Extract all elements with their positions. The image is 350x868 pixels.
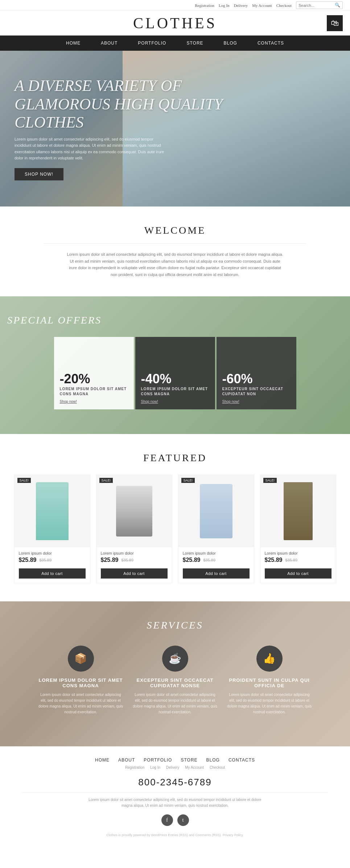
price-current-2: $25.89	[101, 557, 119, 563]
search-box: 🔍	[296, 1, 343, 9]
sale-badge-2: SALE!	[99, 478, 113, 483]
offer-link-1[interactable]: Shop now!	[60, 400, 128, 404]
footer-nav-contacts[interactable]: CONTACTS	[228, 758, 255, 763]
offer-discount-2: -40%	[141, 371, 209, 387]
twitter-icon[interactable]: t	[177, 814, 189, 826]
product-image-3: SALE!	[178, 475, 254, 547]
pants-illustration	[284, 482, 313, 540]
footer-nav-about[interactable]: ABOUT	[118, 758, 135, 763]
offer-label-2: LOREM IPSUM DOLOR SIT AMET CONS MAGNA	[141, 387, 209, 397]
footer-myaccount[interactable]: My Account	[185, 765, 204, 769]
service-item-1: 📦 LOREM IPSUM DOLOR SIT AMET CONS MAGNA …	[37, 646, 124, 715]
footer-nav-store[interactable]: STORE	[181, 758, 197, 763]
topbar-registration[interactable]: Registration	[195, 3, 214, 8]
featured-section: FEATURED SALE! Lorem ipsum dolor $25.89 …	[0, 434, 350, 601]
product-name-4: Lorem ipsum dolor	[265, 551, 332, 555]
hero-description: Lorem ipsum dolor sit amet consectetur a…	[15, 136, 167, 162]
sale-badge-4: SALE!	[263, 478, 277, 483]
footer-registration[interactable]: Registration	[125, 765, 144, 769]
service-title-1: LOREM IPSUM DOLOR SIT AMET CONS MAGNA	[37, 677, 124, 688]
offer-card-3: -60% EXCEPTEUR SINT OCCAECAT CUPIDATAT N…	[217, 337, 296, 409]
offer-card-2: -40% LOREM IPSUM DOLOR SIT AMET CONS MAG…	[135, 337, 215, 409]
price-current-1: $25.89	[19, 557, 37, 563]
welcome-title: WELCOME	[29, 225, 321, 236]
nav-home[interactable]: HOME	[56, 36, 91, 51]
services-section: SERVICES 📦 LOREM IPSUM DOLOR SIT AMET CO…	[0, 601, 350, 746]
hero-title: A DIVERSE VARIETY OF GLAMOROUS HIGH QUAL…	[15, 77, 232, 132]
box-icon: 📦	[68, 646, 94, 672]
special-offers-section: SPECIAL OFFERS -20% LOREM IPSUM DOLOR SI…	[0, 296, 350, 434]
product-name-2: Lorem ipsum dolor	[101, 551, 168, 555]
product-image-1: SALE!	[15, 475, 90, 547]
services-grid: 📦 LOREM IPSUM DOLOR SIT AMET CONS MAGNA …	[30, 646, 320, 715]
offer-label-1: LOREM IPSUM DOLOR SIT AMET CONS MAGNA	[60, 387, 128, 397]
facebook-icon[interactable]: f	[161, 814, 173, 826]
price-current-4: $25.89	[265, 557, 283, 563]
product-price-1: $25.89 $35.89	[19, 557, 86, 563]
offers-grid: -20% LOREM IPSUM DOLOR SIT AMET CONS MAG…	[52, 337, 298, 409]
product-card-2: SALE! Lorem ipsum dolor $25.89 $35.89 Ad…	[96, 475, 172, 583]
footer-phone: 800-2345-6789	[7, 777, 343, 788]
cup-icon: ☕	[162, 646, 188, 672]
product-card-4: SALE! Lorem ipsum dolor $25.89 $35.89 Ad…	[260, 475, 336, 583]
sale-badge-1: SALE!	[17, 478, 31, 483]
welcome-text: Lorem ipsum dolor sit amet consectetur a…	[66, 251, 284, 278]
add-to-cart-button-3[interactable]: Add to cart	[183, 568, 250, 579]
price-old-4: $35.89	[285, 558, 297, 562]
product-image-2: SALE!	[96, 475, 172, 547]
hero-content: A DIVERSE VARIETY OF GLAMOROUS HIGH QUAL…	[0, 77, 247, 180]
price-old-1: $35.89	[39, 558, 52, 562]
product-name-3: Lorem ipsum dolor	[183, 551, 250, 555]
footer-nav-blog[interactable]: BLOG	[206, 758, 220, 763]
footer-delivery[interactable]: Delivery	[166, 765, 179, 769]
topbar-myaccount[interactable]: My Account	[252, 3, 272, 8]
footer-nav-links: HOME ABOUT PORTFOLIO STORE BLOG CONTACTS	[7, 758, 343, 763]
product-info-3: Lorem ipsum dolor $25.89 $35.89	[178, 547, 254, 568]
footer-credit: Clothes is proudly powered by WordPress …	[7, 833, 343, 843]
thumbs-up-icon: 👍	[256, 646, 283, 672]
search-icon[interactable]: 🔍	[335, 3, 340, 8]
special-offers-title: SPECIAL OFFERS	[7, 314, 343, 326]
service-text-2: Lorem ipsum dolor sit amet consectetur a…	[132, 692, 219, 715]
topbar-checkout[interactable]: Checkout	[276, 3, 292, 8]
product-info-2: Lorem ipsum dolor $25.89 $35.89	[96, 547, 172, 568]
offer-discount-3: -60%	[222, 371, 291, 387]
service-title-2: EXCEPTEUR SINT OCCAECAT CUPIDATAT NONSE	[132, 677, 219, 688]
site-logo[interactable]: CLOTHES	[133, 14, 217, 32]
nav-about[interactable]: ABOUT	[91, 36, 128, 51]
offer-link-3[interactable]: Shop now!	[222, 400, 291, 404]
product-card-3: SALE! Lorem ipsum dolor $25.89 $35.89 Ad…	[178, 475, 254, 583]
main-nav: HOME ABOUT PORTFOLIO STORE BLOG CONTACTS	[0, 36, 350, 51]
search-input[interactable]	[298, 3, 335, 8]
shop-now-button[interactable]: SHOP NOW!	[15, 168, 63, 180]
product-image-4: SALE!	[260, 475, 336, 547]
topbar-login[interactable]: Log In	[219, 3, 230, 8]
services-title: SERVICES	[7, 619, 343, 631]
service-item-3: 👍 PROIDENT SUNT IN CULPA QUI OFFICIA DE …	[226, 646, 313, 715]
offer-link-2[interactable]: Shop now!	[141, 400, 209, 404]
footer-checkout[interactable]: Checkout	[210, 765, 225, 769]
cart-icon[interactable]: 🛍	[327, 15, 343, 31]
footer-sub-links: Registration Log In Delivery My Account …	[7, 765, 343, 769]
shirt-illustration	[200, 484, 232, 538]
nav-store[interactable]: STORE	[176, 36, 213, 51]
footer-login[interactable]: Log In	[150, 765, 160, 769]
service-text-3: Lorem ipsum dolor sit amet consectetur a…	[226, 692, 313, 715]
offer-label-3: EXCEPTEUR SINT OCCAECAT CUPIDATAT NON	[222, 387, 291, 397]
nav-blog[interactable]: BLOG	[214, 36, 247, 51]
footer-nav-home[interactable]: HOME	[95, 758, 110, 763]
welcome-section: WELCOME Lorem ipsum dolor sit amet conse…	[0, 206, 350, 296]
footer-nav-portfolio[interactable]: PORTFOLIO	[144, 758, 172, 763]
add-to-cart-button-1[interactable]: Add to cart	[19, 568, 86, 579]
product-price-3: $25.89 $35.89	[183, 557, 250, 563]
topbar-delivery[interactable]: Delivery	[234, 3, 248, 8]
nav-contacts[interactable]: CONTACTS	[247, 36, 294, 51]
product-price-2: $25.89 $35.89	[101, 557, 168, 563]
nav-portfolio[interactable]: PORTFOLIO	[128, 36, 176, 51]
add-to-cart-button-2[interactable]: Add to cart	[101, 568, 168, 579]
add-to-cart-button-4[interactable]: Add to cart	[265, 568, 332, 579]
social-icons: f t	[7, 814, 343, 826]
price-old-2: $35.89	[121, 558, 133, 562]
service-text-1: Lorem ipsum dolor sit amet consectetur a…	[37, 692, 124, 715]
product-name-1: Lorem ipsum dolor	[19, 551, 86, 555]
